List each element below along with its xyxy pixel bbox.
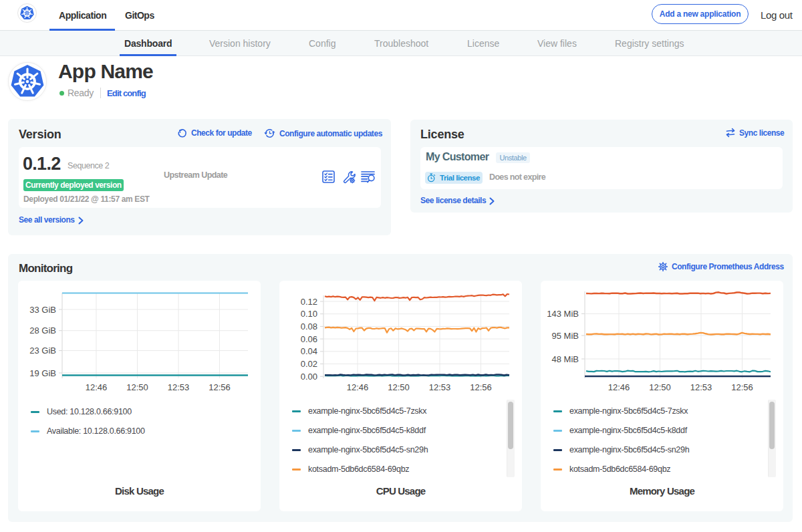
svg-text:48 MiB: 48 MiB [552,354,579,364]
svg-text:0.08: 0.08 [301,321,317,331]
svg-text:12:56: 12:56 [470,382,492,392]
svg-text:12:50: 12:50 [388,382,410,392]
svg-text:12:46: 12:46 [608,382,630,392]
svg-text:143 MiB: 143 MiB [547,309,579,319]
svg-text:12:50: 12:50 [126,382,148,392]
svg-text:0.06: 0.06 [301,334,317,344]
svg-text:12:46: 12:46 [347,382,369,392]
svg-text:33 GiB: 33 GiB [29,305,56,315]
svg-text:0.10: 0.10 [301,309,317,319]
svg-text:0.02: 0.02 [301,359,317,369]
svg-text:12:53: 12:53 [168,382,190,392]
svg-text:19 GiB: 19 GiB [29,368,56,378]
svg-text:12:56: 12:56 [731,382,753,392]
svg-text:12:50: 12:50 [649,382,671,392]
svg-text:28 GiB: 28 GiB [29,325,56,336]
svg-text:12:53: 12:53 [429,382,451,392]
svg-text:95 MiB: 95 MiB [552,331,579,341]
svg-text:23 GiB: 23 GiB [29,346,56,356]
svg-text:0.00: 0.00 [301,372,317,382]
svg-text:12:46: 12:46 [86,382,108,392]
svg-text:12:53: 12:53 [690,382,712,392]
svg-text:0.04: 0.04 [301,346,317,356]
svg-text:12:56: 12:56 [209,382,231,392]
svg-text:0.12: 0.12 [301,297,317,307]
